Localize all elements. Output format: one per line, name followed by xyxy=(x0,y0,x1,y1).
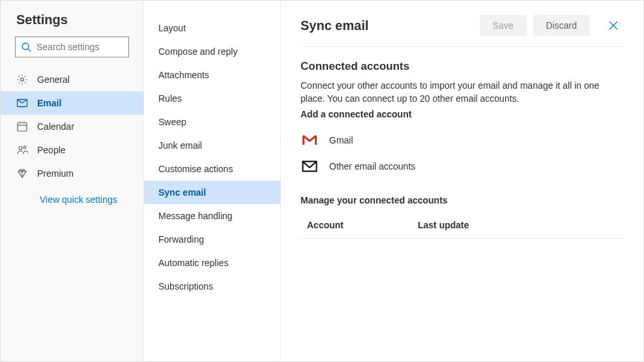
search-box[interactable] xyxy=(15,37,129,57)
submenu-rules[interactable]: Rules xyxy=(144,87,280,110)
header-actions: Save Discard xyxy=(480,15,624,36)
close-icon xyxy=(609,21,618,30)
svg-line-1 xyxy=(28,49,31,52)
connected-accounts-title: Connected accounts xyxy=(300,60,624,73)
submenu-compose[interactable]: Compose and reply xyxy=(144,40,280,63)
settings-dialog: Settings General Email Calendar Peop xyxy=(0,0,644,362)
submenu-forwarding[interactable]: Forwarding xyxy=(144,228,280,251)
submenu-customise[interactable]: Customise actions xyxy=(144,157,280,181)
connected-accounts-desc: Connect your other accounts to import yo… xyxy=(300,80,624,105)
search-wrap xyxy=(1,37,143,68)
svg-rect-12 xyxy=(302,136,304,145)
svg-point-0 xyxy=(22,43,29,50)
svg-point-8 xyxy=(19,147,22,150)
th-account: Account xyxy=(307,220,418,230)
envelope-icon xyxy=(300,160,319,172)
svg-point-2 xyxy=(21,78,24,82)
nav-item-premium[interactable]: Premium xyxy=(1,162,143,185)
nav-label: Email xyxy=(37,98,61,108)
svg-point-9 xyxy=(23,146,26,149)
submenu-automatic-replies[interactable]: Automatic replies xyxy=(144,251,280,275)
settings-content: Sync email Save Discard Connected accoun… xyxy=(281,1,643,361)
settings-sidebar: Settings General Email Calendar Peop xyxy=(1,1,144,361)
submenu-sync-email[interactable]: Sync email xyxy=(144,181,280,204)
calendar-icon xyxy=(16,121,28,132)
people-icon xyxy=(16,144,28,156)
add-gmail-option[interactable]: Gmail xyxy=(300,127,624,153)
search-icon xyxy=(21,42,31,52)
nav-item-general[interactable]: General xyxy=(1,68,143,91)
add-other-email-option[interactable]: Other email accounts xyxy=(300,153,624,179)
mail-icon xyxy=(16,97,28,109)
connected-accounts-section: Connected accounts Connect your other ac… xyxy=(300,47,624,239)
nav-label: Premium xyxy=(37,168,74,179)
content-title: Sync email xyxy=(300,18,369,33)
gmail-label: Gmail xyxy=(329,135,353,145)
submenu-message-handling[interactable]: Message handling xyxy=(144,204,280,228)
nav-label: General xyxy=(37,74,70,85)
submenu-subscriptions[interactable]: Subscriptions xyxy=(144,275,280,298)
submenu-junk[interactable]: Junk email xyxy=(144,134,280,157)
add-connected-label: Add a connected account xyxy=(300,109,624,119)
nav-item-email[interactable]: Email xyxy=(1,91,143,115)
manage-accounts-title: Manage your connected accounts xyxy=(300,195,624,205)
gear-icon xyxy=(16,74,28,85)
submenu-attachments[interactable]: Attachments xyxy=(144,63,280,87)
nav-item-people[interactable]: People xyxy=(1,138,143,162)
other-email-label: Other email accounts xyxy=(329,161,415,172)
content-header: Sync email Save Discard xyxy=(300,15,624,47)
discard-button[interactable]: Discard xyxy=(533,15,590,36)
submenu-layout[interactable]: Layout xyxy=(144,16,280,40)
nav-label: People xyxy=(37,145,66,155)
settings-nav: General Email Calendar People Premium xyxy=(1,68,143,185)
gmail-icon xyxy=(300,134,319,146)
submenu-list: Layout Compose and reply Attachments Rul… xyxy=(144,16,280,298)
th-last-update: Last update xyxy=(418,220,617,230)
svg-rect-4 xyxy=(18,123,27,131)
settings-title: Settings xyxy=(1,12,143,37)
settings-submenu: Layout Compose and reply Attachments Rul… xyxy=(144,1,281,361)
save-button[interactable]: Save xyxy=(480,15,527,36)
submenu-sweep[interactable]: Sweep xyxy=(144,110,280,134)
view-quick-settings-link[interactable]: View quick settings xyxy=(1,185,143,205)
search-input[interactable] xyxy=(37,42,123,52)
svg-rect-13 xyxy=(315,136,317,145)
close-button[interactable] xyxy=(603,15,624,36)
accounts-table-header: Account Last update xyxy=(300,212,624,239)
diamond-icon xyxy=(16,168,28,179)
nav-item-calendar[interactable]: Calendar xyxy=(1,115,143,138)
nav-label: Calendar xyxy=(37,121,74,132)
